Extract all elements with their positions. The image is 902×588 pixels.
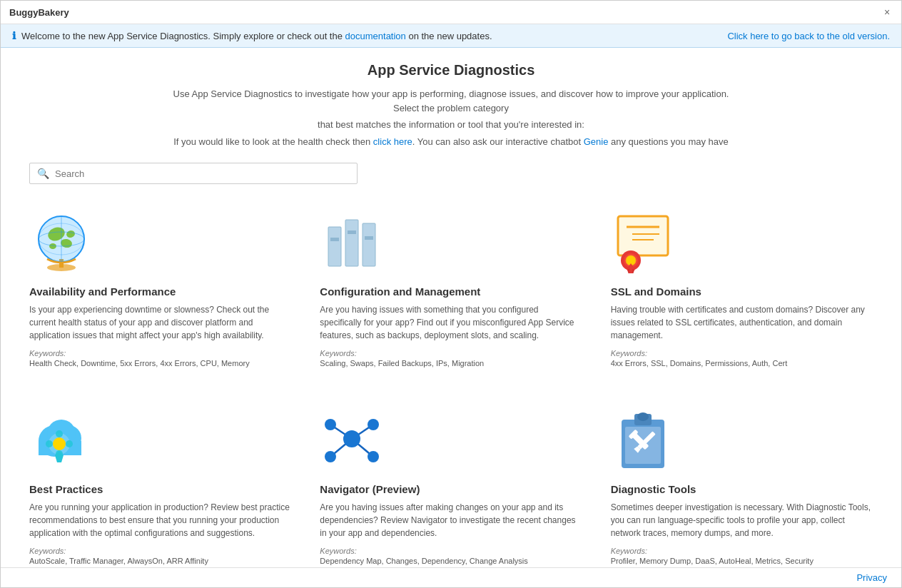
banner-left: ℹ Welcome to the new App Service Diagnos… (12, 30, 492, 41)
bestpractices-keywords-label: Keywords: (29, 547, 291, 555)
search-container: 🔍 (29, 163, 873, 184)
availability-desc: Is your app experiencing downtime or slo… (29, 303, 291, 342)
documentation-link[interactable]: documentation (345, 31, 406, 41)
ssl-desc: Having trouble with certificates and cus… (611, 303, 873, 342)
diagnostic-desc: Sometimes deeper investigation is necess… (611, 501, 873, 539)
ssl-keywords-label: Keywords: (611, 349, 873, 358)
privacy-link[interactable]: Privacy (856, 572, 887, 583)
banner-text: Welcome to the new App Service Diagnosti… (21, 31, 492, 41)
main-content: App Service Diagnostics Use App Service … (1, 48, 901, 567)
svg-rect-17 (618, 216, 668, 255)
genie-link[interactable]: Genie (584, 136, 609, 147)
svg-point-44 (368, 451, 379, 462)
health-check-link[interactable]: click here (373, 136, 412, 147)
configuration-title: Configuration and Management (320, 285, 582, 298)
search-input[interactable] (55, 168, 350, 179)
bestpractices-keywords: AutoScale, Traffic Manager, AlwaysOn, AR… (29, 557, 291, 565)
navigator-icon (320, 403, 582, 475)
old-version-link[interactable]: Click here to go back to the old version… (727, 31, 890, 41)
diagnostic-keywords-label: Keywords: (611, 547, 873, 555)
page-description: Use App Service Diagnostics to investiga… (166, 87, 736, 148)
window-title: BuggyBakery (9, 7, 69, 18)
card-ssl[interactable]: SSL and Domains Having trouble with cert… (611, 198, 873, 375)
bestpractices-title: Best Practices (29, 483, 291, 495)
navigator-keywords-label: Keywords: (320, 547, 582, 555)
info-icon: ℹ (12, 30, 16, 41)
svg-point-32 (56, 430, 63, 437)
search-icon: 🔍 (37, 168, 49, 179)
ssl-keywords: 4xx Errors, SSL, Domains, Permissions, A… (611, 359, 873, 368)
svg-point-43 (325, 451, 336, 462)
svg-rect-11 (328, 227, 341, 266)
diagnostic-title: Diagnostic Tools (611, 483, 873, 495)
bestpractices-icon (29, 403, 291, 475)
diagnostic-keywords: Profiler, Memory Dump, DaaS, AutoHeal, M… (611, 557, 873, 565)
card-configuration[interactable]: Configuration and Management Are you hav… (320, 198, 582, 375)
configuration-keywords-label: Keywords: (320, 349, 582, 358)
availability-keywords: Health Check, Downtime, 5xx Errors, 4xx … (29, 359, 291, 368)
availability-icon (29, 206, 291, 277)
svg-point-42 (368, 419, 379, 430)
configuration-keywords: Scaling, Swaps, Failed Backups, IPs, Mig… (320, 359, 582, 368)
navigator-keywords: Dependency Map, Changes, Dependency, Cha… (320, 557, 582, 565)
card-navigator[interactable]: Navigator (Preview) Are you having issue… (320, 396, 582, 567)
configuration-icon (320, 206, 582, 277)
svg-rect-12 (330, 238, 339, 241)
diagnostic-icon (611, 403, 873, 475)
svg-rect-15 (363, 223, 375, 266)
page-title: App Service Diagnostics (29, 62, 873, 78)
info-banner: ℹ Welcome to the new App Service Diagnos… (1, 24, 901, 48)
svg-point-31 (53, 437, 66, 450)
svg-rect-47 (637, 412, 649, 421)
search-box: 🔍 (29, 163, 358, 184)
navigator-title: Navigator (Preview) (320, 483, 582, 495)
cards-grid: Availability and Performance Is your app… (29, 198, 873, 567)
navigator-desc: Are you having issues after making chang… (320, 501, 582, 539)
svg-rect-14 (348, 230, 356, 234)
availability-title: Availability and Performance (29, 285, 291, 298)
svg-point-34 (46, 440, 53, 447)
page-header: App Service Diagnostics Use App Service … (29, 62, 873, 148)
configuration-desc: Are you having issues with something tha… (320, 303, 582, 342)
title-bar: BuggyBakery × (1, 1, 901, 24)
close-button[interactable]: × (881, 6, 893, 18)
ssl-title: SSL and Domains (611, 285, 873, 298)
card-bestpractices[interactable]: Best Practices Are you running your appl… (29, 396, 291, 567)
svg-point-41 (325, 419, 336, 430)
svg-rect-16 (365, 236, 373, 240)
svg-point-35 (66, 440, 73, 447)
svg-rect-13 (345, 220, 358, 266)
svg-point-40 (343, 430, 360, 447)
card-availability[interactable]: Availability and Performance Is your app… (29, 198, 291, 375)
footer: Privacy (1, 567, 901, 587)
card-diagnostic[interactable]: Diagnostic Tools Sometimes deeper invest… (611, 396, 873, 567)
bestpractices-desc: Are you running your application in prod… (29, 501, 291, 539)
availability-keywords-label: Keywords: (29, 349, 291, 358)
ssl-icon (611, 206, 873, 277)
